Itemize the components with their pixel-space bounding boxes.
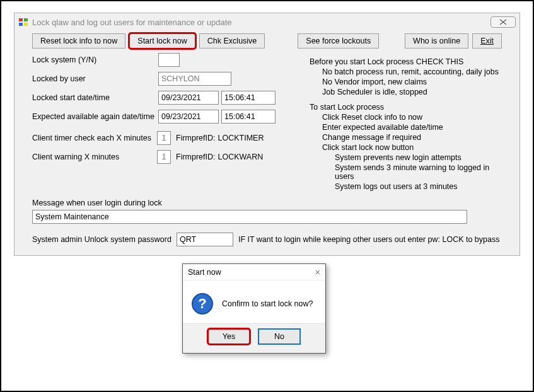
info-step-4b: System sends 3 minute warning to logged … bbox=[335, 163, 502, 181]
svg-rect-0 bbox=[19, 18, 23, 21]
admin-unlock-note: IF IT want to login while keeping other … bbox=[238, 235, 500, 244]
svg-rect-2 bbox=[19, 23, 23, 26]
client-timer-label: Client timer check each X minutes bbox=[32, 134, 157, 142]
lock-system-input[interactable] bbox=[158, 53, 180, 67]
start-lock-button[interactable]: Start lock now bbox=[129, 33, 195, 49]
info-step-3: Change message if required bbox=[322, 133, 502, 142]
lock-system-label: Lock system (Y/N) bbox=[32, 55, 158, 64]
app-icon bbox=[18, 17, 28, 27]
info-step-4c: System logs out users at 3 minutes bbox=[335, 182, 502, 191]
info-step-2: Enter expected available date/time bbox=[322, 123, 502, 132]
client-warn-value bbox=[157, 150, 171, 164]
info-check-1: No batch process run, remit, accounting,… bbox=[322, 67, 502, 76]
question-icon: ? bbox=[192, 293, 213, 314]
svg-rect-1 bbox=[24, 18, 28, 21]
client-timer-value bbox=[157, 131, 171, 145]
info-check-3: Job Scheduler is idle, stopped bbox=[322, 88, 502, 96]
dialog-close-icon[interactable]: × bbox=[315, 267, 320, 277]
locked-start-date-input[interactable] bbox=[158, 91, 219, 105]
exit-button[interactable]: Exit bbox=[472, 33, 502, 49]
firmpref-label-1: FirmprefID: bbox=[176, 134, 216, 142]
window-title: Lock qlaw and log out users for maintena… bbox=[32, 18, 232, 27]
locked-by-user-field bbox=[158, 72, 231, 86]
expected-available-label: Expected available again date/time bbox=[32, 112, 158, 121]
login-message-input[interactable] bbox=[32, 210, 467, 224]
info-check-heading: Before you start Lock process CHECK THIS bbox=[310, 57, 502, 66]
reset-lock-button[interactable]: Reset lock info to now bbox=[32, 33, 125, 49]
admin-unlock-input[interactable] bbox=[177, 233, 233, 246]
info-step-4: Click start lock now button bbox=[322, 143, 502, 152]
firmpref-label-2: FirmprefID: bbox=[176, 153, 216, 161]
who-is-online-button[interactable]: Who is online bbox=[405, 33, 468, 49]
locked-start-time-input[interactable] bbox=[221, 91, 276, 105]
confirm-dialog: Start now × ? Confirm to start lock now?… bbox=[182, 263, 326, 354]
admin-unlock-label: System admin Unlock system password bbox=[32, 235, 171, 244]
info-panel: Before you start Lock process CHECK THIS… bbox=[310, 52, 502, 192]
see-force-lockouts-button[interactable]: See force lockouts bbox=[298, 33, 379, 49]
main-window: Lock qlaw and log out users for maintena… bbox=[14, 13, 520, 256]
locked-by-label: Locked by user bbox=[32, 74, 158, 83]
window-close-button[interactable] bbox=[490, 16, 516, 28]
expected-time-input[interactable] bbox=[221, 110, 276, 124]
dialog-no-button[interactable]: No bbox=[258, 329, 300, 344]
svg-rect-3 bbox=[24, 23, 28, 26]
info-start-heading: To start Lock process bbox=[310, 103, 502, 112]
dialog-title: Start now bbox=[188, 268, 221, 277]
firmpref-warn-value: LOCKWARN bbox=[218, 153, 264, 161]
expected-date-input[interactable] bbox=[158, 110, 219, 124]
client-warn-label: Client warning X minutes bbox=[32, 153, 157, 161]
locked-start-label: Locked start date/time bbox=[32, 93, 158, 102]
info-step-1: Click Reset clock info to now bbox=[322, 113, 502, 122]
titlebar: Lock qlaw and log out users for maintena… bbox=[15, 13, 519, 31]
login-message-label: Message when user login during lock bbox=[32, 199, 162, 207]
dialog-yes-button[interactable]: Yes bbox=[208, 329, 250, 344]
dialog-message: Confirm to start lock now? bbox=[222, 299, 313, 308]
toolbar: Reset lock info to now Start lock now Ch… bbox=[15, 31, 519, 50]
info-step-4a: System prevents new login attempts bbox=[335, 153, 502, 162]
dialog-titlebar: Start now × bbox=[183, 264, 325, 280]
info-check-2: No Vendor import, new claims bbox=[322, 78, 502, 86]
chk-exclusive-button[interactable]: Chk Exclusive bbox=[199, 33, 265, 49]
firmpref-timer-value: LOCKTIMER bbox=[218, 134, 264, 142]
